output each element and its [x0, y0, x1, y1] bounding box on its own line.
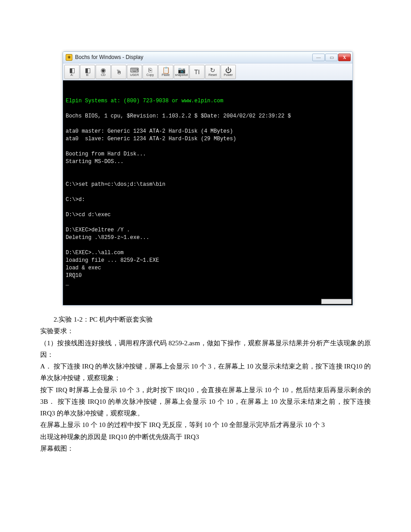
console-line: Elpin Systems at: (800) 723-9038 or www.… — [66, 97, 350, 105]
toolbar-label: A: — [71, 73, 74, 77]
toolbar-label: Paste — [162, 73, 170, 77]
config-icon: TI — [194, 69, 200, 75]
toolbar-label: snapshot — [175, 73, 188, 77]
horizontal-scrollbar[interactable] — [321, 299, 352, 304]
paragraph: 屏幕截图： — [40, 443, 371, 454]
toolbar-label: CD — [101, 73, 105, 77]
console-line: D:\EXEC>deltree /Y . — [66, 226, 350, 234]
console-line — [66, 204, 350, 211]
floppy-b-button[interactable]: ◧B: — [80, 65, 95, 79]
toolbar-label: B: — [86, 73, 89, 77]
snapshot-button[interactable]: 📷snapshot — [174, 65, 189, 79]
toolbar-label: USER — [130, 73, 138, 77]
paste-button[interactable]: 📋Paste — [158, 65, 173, 79]
paste-icon: 📋 — [162, 67, 170, 73]
console-line — [66, 120, 350, 128]
paragraph: 2.实验 1-2：PC 机内中断嵌套实验 — [40, 314, 371, 325]
window-title: Bochs for Windows - Display — [75, 53, 312, 62]
paragraph: A． 按下连接 IRQ 的单次脉冲按键，屏幕上会显示 10 个 3，在屏幕上 1… — [40, 360, 371, 384]
paragraph: 按下 IRQ 时屏幕上会显示 10 个 3，此时按下 IRQ10，会直接在屏幕上… — [40, 384, 371, 419]
power-icon: ⏻ — [225, 67, 231, 73]
floppy-a-icon: ◧ — [69, 67, 75, 73]
minimize-button[interactable]: — — [312, 54, 325, 61]
console-line: loading file ... 8259-Z~1.EXE — [66, 257, 350, 264]
console-line: load & exec — [66, 264, 350, 272]
copy-button[interactable]: ⎘Copy — [143, 65, 158, 79]
console-line: Bochs BIOS, 1 cpu, $Revision: 1.103.2.2 … — [66, 113, 350, 120]
bochs-screenshot: ❀ Bochs for Windows - Display — ▭ X ◧A:◧… — [63, 51, 371, 306]
config-button[interactable]: TI — [189, 65, 205, 79]
paragraph: 实验要求： — [40, 325, 371, 337]
window-buttons: — ▭ X — [312, 54, 351, 61]
paragraph: （1）按接线图连好接线，调用程序源代码 8259-2.asm，做如下操作，观察屏… — [40, 337, 371, 361]
power-button[interactable]: ⏻Power — [221, 65, 236, 79]
console-line: ata0 slave: Generic 1234 ATA-2 Hard-Disk… — [66, 135, 350, 143]
floppy-b-icon: ◧ — [85, 67, 91, 73]
console-line — [66, 219, 350, 226]
console-line — [66, 173, 350, 181]
console-line: C:\>set path=c:\dos;d:\tasm\bin — [66, 181, 350, 189]
toolbar-label: Power — [224, 73, 233, 77]
console-line: C:\>d: — [66, 196, 350, 204]
console-line: D:\>cd d:\exec — [66, 211, 350, 219]
console-line — [66, 143, 350, 151]
console-line — [66, 105, 350, 113]
user-icon: ⌨ — [130, 67, 139, 73]
user-button[interactable]: ⌨USER — [127, 65, 142, 79]
console-line: Deleting .\8259-z~1.exe... — [66, 234, 350, 242]
bochs-toolbar: ◧A:◧B:◉CD🖱⌨USER⎘Copy📋Paste📷snapshotTI↻Re… — [63, 63, 352, 80]
copy-icon: ⎘ — [148, 67, 152, 73]
console-line: _ — [66, 280, 350, 287]
document-body: 2.实验 1-2：PC 机内中断嵌套实验 实验要求： （1）按接线图连好接线，调… — [40, 314, 371, 454]
close-button[interactable]: X — [338, 54, 351, 61]
app-icon: ❀ — [66, 54, 72, 61]
snapshot-icon: 📷 — [178, 67, 185, 73]
mouse-icon: 🖱 — [116, 69, 122, 75]
toolbar-label: Copy — [147, 73, 154, 77]
reset-button[interactable]: ↻Reset — [205, 65, 220, 79]
console-line: D:\EXEC>..\all.com — [66, 249, 350, 257]
cdrom-button[interactable]: ◉CD — [96, 65, 111, 79]
console-line — [66, 242, 350, 249]
paragraph: 在屏幕上显示 10 个 10 的过程中按下 IRQ 无反应，等到 10 个 10… — [40, 419, 371, 431]
cdrom-icon: ◉ — [101, 67, 106, 73]
window-titlebar: ❀ Bochs for Windows - Display — ▭ X — [63, 52, 352, 63]
console-line: Booting from Hard Disk... — [66, 151, 350, 158]
console-line — [66, 166, 350, 173]
bochs-window: ❀ Bochs for Windows - Display — ▭ X ◧A:◧… — [63, 51, 353, 306]
mouse-button[interactable]: 🖱 — [111, 65, 126, 79]
reset-icon: ↻ — [210, 67, 215, 73]
console-line — [66, 189, 350, 196]
maximize-button[interactable]: ▭ — [325, 54, 338, 61]
paragraph: 出现这种现象的原因是 IRQ10 的中断优先级高于 IRQ3 — [40, 431, 371, 443]
console-line: IRQ10 — [66, 272, 350, 280]
console-line: Starting MS-DOS... — [66, 158, 350, 166]
floppy-a-button[interactable]: ◧A: — [64, 65, 80, 79]
console-output: Elpin Systems at: (800) 723-9038 or www.… — [63, 80, 352, 305]
toolbar-label: Reset — [209, 73, 217, 77]
console-line: ata0 master: Generic 1234 ATA-2 Hard-Dis… — [66, 128, 350, 135]
